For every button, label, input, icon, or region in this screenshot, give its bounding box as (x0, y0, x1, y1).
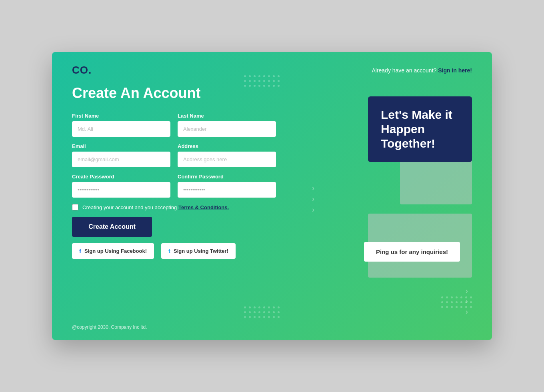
email-address-row: Email Address (72, 143, 276, 167)
tagline-box: Let's Make it Happen Together! (368, 96, 472, 162)
first-name-group: First Name (72, 113, 170, 137)
twitter-signup-button[interactable]: t Sign up Using Twitter! (161, 243, 236, 259)
right-column: Let's Make it Happen Together! Ping us f… (292, 84, 472, 310)
social-row: f Sign up Using Facebook! t Sign up Usin… (72, 243, 276, 259)
create-account-button[interactable]: Create Account (72, 217, 152, 237)
password-group: Create Password (72, 174, 170, 198)
header: CO. Already have an account? Sign in her… (52, 52, 492, 80)
address-input[interactable] (178, 152, 276, 167)
facebook-icon: f (79, 248, 81, 254)
twitter-icon: t (168, 248, 170, 254)
terms-row: Creating your account and you accepting … (72, 204, 276, 210)
first-name-input[interactable] (72, 121, 170, 137)
terms-checkbox[interactable] (72, 204, 78, 210)
facebook-signup-button[interactable]: f Sign up Using Facebook! (72, 243, 154, 259)
logo: CO. (72, 64, 92, 76)
already-account-text: Already have an account? (372, 67, 436, 74)
ping-button[interactable]: Ping us for any inquiries! (364, 242, 460, 262)
password-row: Create Password Confirm Password (72, 174, 276, 198)
terms-link[interactable]: Terms & Conditions. (178, 204, 229, 210)
name-row: First Name Last Name (72, 113, 276, 137)
last-name-group: Last Name (178, 113, 276, 137)
last-name-label: Last Name (178, 113, 276, 119)
page-title: Create An Account (72, 84, 276, 102)
twitter-button-label: Sign up Using Twitter! (174, 248, 228, 254)
copyright-text: @copyright 2030. Company Inc ltd. (72, 324, 147, 330)
password-input[interactable] (72, 182, 170, 198)
terms-text: Creating your account and you accepting … (82, 204, 229, 210)
address-label: Address (178, 143, 276, 149)
confirm-password-group: Confirm Password (178, 174, 276, 198)
email-group: Email (72, 143, 170, 167)
header-nav: Already have an account? Sign in here! (372, 67, 472, 74)
confirm-password-input[interactable] (178, 182, 276, 198)
main-content: Create An Account First Name Last Name E… (52, 80, 492, 318)
confirm-password-label: Confirm Password (178, 174, 276, 180)
signin-link[interactable]: Sign in here! (438, 67, 472, 74)
tagline-text: Let's Make it Happen Together! (381, 108, 459, 151)
form-column: Create An Account First Name Last Name E… (72, 84, 292, 310)
last-name-input[interactable] (178, 121, 276, 137)
password-label: Create Password (72, 174, 170, 180)
email-label: Email (72, 143, 170, 149)
address-group: Address (178, 143, 276, 167)
footer: @copyright 2030. Company Inc ltd. (52, 318, 492, 340)
ping-button-wrap: Ping us for any inquiries! (364, 242, 460, 262)
page-container: ››››› ››› ››› CO. Already have an accoun… (52, 52, 492, 340)
email-input[interactable] (72, 152, 170, 167)
first-name-label: First Name (72, 113, 170, 119)
facebook-button-label: Sign up Using Facebook! (84, 248, 147, 254)
